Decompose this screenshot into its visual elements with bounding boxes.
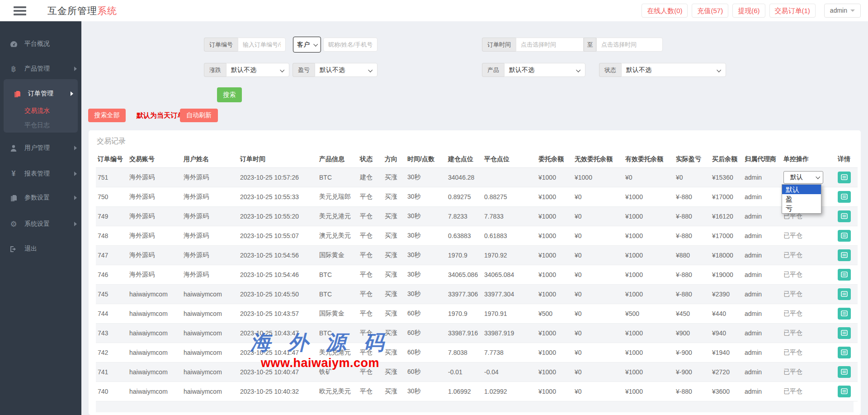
cell-open: 1970.9 [446, 304, 482, 323]
detail-button[interactable] [838, 210, 851, 222]
online-users-badge[interactable]: 在线人数(0) [642, 4, 688, 18]
closed-status-text: 已平仓 [783, 310, 802, 317]
control-option[interactable]: 默认 [782, 185, 821, 194]
order-no-input[interactable] [238, 38, 286, 52]
cell-invalid: ¥1000 [573, 167, 623, 187]
search-all-button[interactable]: 搜索全部 [88, 109, 126, 122]
cell-status: 平仓 [358, 382, 383, 401]
customer-type-select[interactable]: 客户 [293, 37, 321, 52]
cell-account: haiwaiymcom [127, 284, 182, 304]
auto-refresh-button[interactable]: 自动刷新 [180, 109, 218, 122]
profit-filter-group: 盈亏 默认不选 [292, 63, 377, 77]
detail-button[interactable] [838, 172, 851, 183]
cell-detail [836, 226, 858, 245]
product-select[interactable]: 默认不选 [504, 63, 585, 77]
cell-time: 2023-10-25 10:54:46 [238, 265, 317, 284]
cell-detail [836, 167, 858, 187]
updown-select[interactable]: 默认不选 [226, 63, 289, 77]
order-time-label: 订单时间 [482, 38, 516, 52]
top-header: 互金所管理系统 在线人数(0) 充值(57) 提现(6) 交易订单(1) adm… [0, 0, 868, 21]
sidebar-item-logout[interactable]: 退出 [0, 241, 81, 257]
sidebar-item-dashboard[interactable]: 平台概况 [0, 36, 81, 52]
hamburger-menu-icon[interactable] [14, 5, 27, 17]
cell-product: 铁矿 [317, 362, 358, 382]
cell-valid: ¥1000 [623, 226, 674, 245]
cell-account: 海外源码 [127, 265, 182, 284]
detail-button[interactable] [838, 386, 851, 397]
withdraw-badge[interactable]: 提现(6) [732, 4, 765, 18]
chevron-down-icon [576, 68, 580, 72]
status-select[interactable]: 默认不选 [621, 63, 726, 77]
gear-icon: ⚙ [9, 219, 18, 229]
column-header: 订单时间 [238, 152, 317, 167]
search-button[interactable]: 搜索 [217, 87, 242, 102]
cell-agent: admin [743, 226, 782, 245]
trade-records-panel: 交易记录 订单编号交易账号用户姓名订单时间产品信息状态方向时间/点数建仓点位平仓… [89, 130, 861, 415]
trade-table-header: 订单编号交易账号用户姓名订单时间产品信息状态方向时间/点数建仓点位平仓点位委托余… [96, 152, 858, 167]
sidebar-subitem-close-log[interactable]: 平仓日志 [4, 119, 78, 131]
cell-account: 海外源码 [127, 167, 182, 187]
detail-button[interactable] [838, 366, 851, 378]
sidebar-subitem-trade-flow[interactable]: 交易流水 [4, 105, 78, 116]
detail-button[interactable] [838, 347, 851, 358]
trade-table: 订单编号交易账号用户姓名订单时间产品信息状态方向时间/点数建仓点位平仓点位委托余… [96, 152, 858, 401]
trade-orders-badge[interactable]: 交易订单(1) [769, 4, 816, 18]
profit-select[interactable]: 默认不选 [315, 63, 377, 77]
control-option[interactable]: 亏 [782, 204, 821, 213]
detail-button[interactable] [838, 288, 851, 300]
recharge-badge[interactable]: 充值(57) [692, 4, 728, 18]
cell-after: ¥19000 [710, 265, 743, 284]
sidebar-item-products[interactable]: ฿ 产品管理 [0, 61, 81, 76]
sidebar-item-users[interactable]: 用户管理 [0, 140, 81, 156]
cell-agent: admin [743, 362, 782, 382]
cell-control: 已平仓 [782, 226, 836, 245]
orders-icon [13, 90, 22, 98]
cell-invalid: ¥0 [573, 245, 623, 265]
sidebar-item-system[interactable]: ⚙ 系统设置 [0, 216, 81, 232]
cell-control: 已平仓 [782, 323, 836, 343]
time-from-input[interactable] [516, 38, 584, 52]
chevron-right-icon [71, 91, 73, 96]
detail-button[interactable] [838, 191, 851, 203]
closed-status-text: 已平仓 [783, 368, 802, 375]
cell-open: 7.8038 [446, 343, 482, 362]
column-header: 平仓点位 [482, 152, 537, 167]
cell-open: 34065.086 [446, 265, 482, 284]
cell-valid: ¥1000 [623, 343, 674, 362]
cell-product: 美元兑港元 [317, 343, 358, 362]
detail-button[interactable] [838, 308, 851, 320]
cell-close: 0.88275 [482, 187, 537, 206]
cell-order: 744 [96, 304, 127, 323]
chevron-down-icon [368, 68, 373, 72]
cell-profit: ¥-900 [674, 362, 710, 382]
cell-close: 34065.084 [482, 265, 537, 284]
next-row-sliver [96, 401, 854, 412]
user-icon [9, 144, 18, 152]
table-row: 741haiwaiymcomhaiwaiymcom2023-10-25 10:4… [96, 362, 858, 382]
customer-keyword-input[interactable] [323, 38, 377, 52]
control-select[interactable]: 默认 [783, 171, 823, 184]
cell-account: haiwaiymcom [127, 323, 182, 343]
closed-status-text: 已平仓 [783, 271, 802, 278]
sidebar-item-params[interactable]: 参数设置 [0, 190, 81, 205]
detail-button[interactable] [838, 269, 851, 281]
cell-after: ¥17000 [710, 226, 743, 245]
cell-invalid: ¥0 [573, 362, 623, 382]
closed-status-text: 已平仓 [783, 251, 802, 258]
detail-button[interactable] [838, 327, 851, 339]
admin-user-menu[interactable]: admin [824, 4, 861, 18]
control-option[interactable]: 盈 [782, 194, 821, 204]
sidebar-item-orders[interactable]: 订单管理 [4, 86, 78, 101]
cell-close: 33977.304 [482, 284, 537, 304]
time-to-input[interactable] [596, 38, 663, 52]
cell-invalid: ¥0 [573, 343, 623, 362]
cell-time: 2023-10-25 10:43:57 [238, 304, 317, 323]
cell-status: 平仓 [358, 206, 383, 226]
detail-button[interactable] [838, 249, 851, 261]
sidebar-item-reports[interactable]: ¥ 报表管理 [0, 166, 81, 181]
cell-account: 海外源码 [127, 187, 182, 206]
cell-name: 海外源码 [182, 265, 238, 284]
closed-status-text: 已平仓 [783, 348, 802, 356]
cell-valid: ¥1000 [623, 206, 674, 226]
detail-button[interactable] [838, 230, 851, 242]
